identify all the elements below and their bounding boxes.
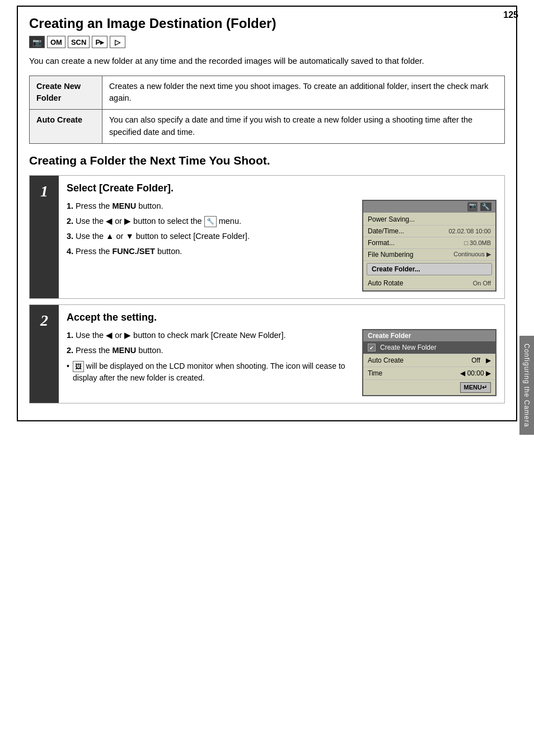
page-title: Creating an Image Destination (Folder) [29,16,505,31]
cf-bottom-bar: MENU↵ [363,380,495,395]
cf-auto-arrow: ▶ [486,356,491,364]
table-row-auto-create: Auto Create You can also specify a date … [30,110,505,144]
menu-row-create-folder-highlighted: Create Folder... [367,263,492,275]
mode-icon-om: OM [47,36,65,48]
menu-row-format: Format... □ 30.0MB [363,237,495,249]
cf-title-bar: Create Folder [363,330,495,341]
camera-icon-bullet: 🖼 [73,361,84,372]
step-1-instr-3: 3. Use the ▲ or ▼ button to select [Crea… [67,230,353,243]
step-1-heading: Select [Create Folder]. [67,182,496,194]
create-folder-screen: Create Folder ✔ Create New Folder Auto C… [362,329,496,396]
step-2-instr-1: 1. Use the ◀ or ▶ button to check mark [… [67,329,353,342]
step-2-body: 1. Use the ◀ or ▶ button to check mark [… [67,329,496,396]
step-2-instr-2: 2. Press the MENU button. [67,344,353,357]
feature-table: Create NewFolder Creates a new folder th… [29,76,505,144]
step-2-content: Accept the setting. 1. Use the ◀ or ▶ bu… [59,305,504,403]
step-2-heading: Accept the setting. [67,312,496,323]
mode-icon-camera: 📷 [29,36,45,48]
step-1-instr-1: 1. Press the MENU button. [67,200,353,213]
menu-row-power-saving: Power Saving... [363,214,495,226]
check-icon: ✔ [368,344,376,351]
step-1: 1 Select [Create Folder]. 1. Press the M… [29,175,505,299]
table-row-create-new-folder: Create NewFolder Creates a new folder th… [30,76,505,110]
mode-icon-play: ▷ [110,36,125,48]
mode-icon-scn: SCN [68,36,90,48]
cf-time-label: Time [368,369,382,377]
step-2-bullet-text: 🖼 will be displayed on the LCD monitor w… [73,360,353,384]
steps-container: 1 Select [Create Folder]. 1. Press the M… [29,175,505,409]
step-1-instructions: 1. Press the MENU button. 2. Use the ◀ o… [67,200,353,261]
step-1-body: 1. Press the MENU button. 2. Use the ◀ o… [67,200,496,292]
step-1-screenshot: 📷 🔧 Power Saving... Date/Time... [362,200,496,292]
cf-row-auto-create: Auto Create Off ▶ [363,354,495,367]
step-2-number: 2 [30,305,59,403]
cf-menu-btn[interactable]: MENU↵ [460,382,491,393]
camera-screen-1: 📷 🔧 Power Saving... Date/Time... [362,200,496,292]
feature-label-create: Create NewFolder [30,76,102,110]
cam-screen-1-header: 📷 🔧 [363,201,495,213]
cf-create-new-label: Create New Folder [380,344,437,351]
intro-text: You can create a new folder at any time … [29,55,505,68]
page-number: 125 [503,10,518,20]
cam-menu-rows: Power Saving... Date/Time... 02.02.'08 1… [363,213,495,290]
section-title: Creating a Folder the Next Time You Shoo… [29,154,505,167]
mode-icon-p: P▸ [92,36,107,48]
cam-header-icon: 📷 [467,202,477,212]
cam-header-tool: 🔧 [480,202,492,212]
feature-desc-auto: You can also specify a date and time if … [102,110,505,144]
side-tab-label: Configuring the Camera [519,336,534,435]
cf-auto-label: Auto Create [368,356,404,364]
cf-auto-value: Off [471,356,480,364]
step-2-instructions: 1. Use the ◀ or ▶ button to check mark [… [67,329,353,384]
cf-row-time: Time ◀ 00:00 ▶ [363,367,495,380]
step-2: 2 Accept the setting. 1. Use the ◀ or ▶ … [29,304,505,403]
feature-label-auto: Auto Create [30,110,102,144]
menu-row-auto-rotate: Auto Rotate On Off [363,278,495,289]
feature-desc-create: Creates a new folder the next time you s… [102,76,505,110]
cf-time-value: ◀ 00:00 ▶ [460,369,491,377]
step-1-number: 1 [30,176,59,298]
step-1-content: Select [Create Folder]. 1. Press the MEN… [59,176,504,298]
step-2-screenshot: Create Folder ✔ Create New Folder Auto C… [362,329,496,396]
cf-row-create-new-folder: ✔ Create New Folder [363,341,495,354]
step-1-instr-4: 4. Press the FUNC./SET button. [67,245,353,258]
menu-row-datetime: Date/Time... 02.02.'08 10:00 [363,226,495,237]
step-1-instr-2: 2. Use the ◀ or ▶ button to select the 🔧… [67,215,353,228]
main-content-box: Creating an Image Destination (Folder) 📷… [17,6,517,421]
mode-icons-row: 📷 OM SCN P▸ ▷ [29,36,505,48]
menu-row-file-numbering: File Numbering Continuous ▶ [363,249,495,261]
step-2-bullet: • 🖼 will be displayed on the LCD monitor… [67,360,353,384]
